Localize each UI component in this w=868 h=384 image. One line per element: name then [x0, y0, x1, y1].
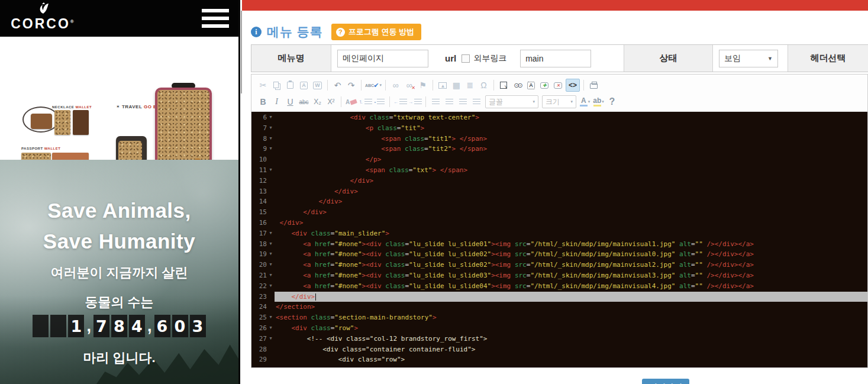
print-icon[interactable]	[588, 79, 600, 92]
find-icon[interactable]: ⊙⊙	[511, 79, 524, 92]
program-link-help-button[interactable]: ? 프로그램 연동 방법	[331, 24, 421, 40]
fold-arrow-icon[interactable]: ▼	[267, 249, 275, 260]
product-slider[interactable]: NECKLACE WALLET PASSPORT WALLET ✶ TRAVEL…	[0, 37, 238, 160]
line-number: 22	[251, 281, 267, 292]
animal-counter: 1,784,603	[0, 315, 238, 337]
fold-arrow-icon[interactable]: ▼	[267, 281, 275, 292]
code-line-11[interactable]: 11▼<span class="txt"> </span>	[251, 165, 867, 176]
text-color-icon[interactable]: A▾	[579, 95, 591, 108]
line-number: 17	[251, 228, 267, 239]
fold-arrow-icon[interactable]: ▼	[267, 123, 275, 134]
code-line-21[interactable]: 21▼<a href="#none"><div class="lu_slide …	[251, 270, 867, 281]
special-char-icon[interactable]: Ω	[477, 79, 490, 92]
indent-icon[interactable]: →	[408, 95, 422, 108]
menu-name-input[interactable]	[337, 50, 428, 67]
code-line-14[interactable]: 14</div>	[251, 196, 867, 207]
numbered-list-icon[interactable]: ⒈	[359, 95, 372, 108]
table-icon[interactable]: ▦	[450, 79, 463, 92]
cut-icon[interactable]: ✂	[257, 79, 269, 92]
superscript-icon[interactable]: X²	[325, 95, 337, 108]
underline-icon[interactable]: U	[284, 95, 296, 108]
align-right-icon[interactable]	[457, 95, 469, 108]
paste-text-icon[interactable]: A	[298, 79, 310, 92]
fold-arrow-icon[interactable]: ▼	[267, 165, 275, 176]
fold-arrow-icon[interactable]: ▼	[267, 312, 275, 323]
outdent-icon[interactable]: ←	[393, 95, 407, 108]
external-link-checkbox[interactable]	[462, 54, 470, 63]
code-line-28[interactable]: 28<div class="container container-fluid"…	[251, 344, 867, 355]
strikethrough-icon[interactable]: abc	[298, 95, 310, 108]
fold-arrow-icon[interactable]: ▼	[267, 112, 275, 123]
source-button[interactable]: <>	[566, 79, 580, 92]
redo-icon[interactable]: ↷	[345, 79, 357, 92]
fold-arrow-icon[interactable]: ▼	[267, 270, 275, 281]
code-line-10[interactable]: 10</p>	[251, 154, 867, 165]
bullet-list-icon[interactable]: •	[373, 95, 386, 108]
code-line-13[interactable]: 13</div>	[251, 186, 867, 197]
code-line-8[interactable]: 8▼<span class="tit1"> </span>	[251, 134, 867, 144]
code-line-25[interactable]: 25▼<section class="section-main-brandsto…	[251, 312, 867, 323]
remove-format-icon[interactable]: A	[345, 95, 357, 108]
fold-arrow-icon[interactable]: ▼	[267, 144, 275, 154]
code-line-16[interactable]: 16</div>	[251, 218, 867, 228]
code-line-6[interactable]: 6▼<div class="txtwrap text-center">	[251, 112, 867, 123]
fold-arrow-icon[interactable]: ▼	[267, 334, 275, 344]
paste-word-icon[interactable]: W	[311, 79, 324, 92]
code-line-20[interactable]: 20▼<a href="#none"><div class="lu_slide …	[251, 260, 867, 270]
fold-arrow-icon[interactable]: ▼	[267, 323, 275, 334]
bold-icon[interactable]: B	[257, 95, 269, 108]
fold-arrow-icon[interactable]: ▼	[267, 134, 275, 144]
external-link-label: 외부링크	[473, 53, 506, 64]
counter-comma: ,	[147, 317, 153, 335]
code-line-30[interactable]: 30<div class="col-12 col-md-7 brandstory…	[251, 365, 867, 367]
code-line-29[interactable]: 29<div class="row">	[251, 354, 867, 365]
italic-icon[interactable]: I	[270, 95, 283, 108]
maximize-icon[interactable]	[498, 79, 510, 92]
editor-toolbar: ✂AW↶↷ABC✔▾∞∞✕⚑▲▦≣Ω⊙⊙A✚✕<> BIUabcX₂X²A⒈•←…	[251, 75, 867, 112]
save-button[interactable]: 저장하기	[642, 379, 689, 384]
code-line-22[interactable]: 22▼<a href="#none"><div class="lu_slide …	[251, 281, 867, 292]
code-line-23[interactable]: 23</div>	[251, 292, 867, 302]
fold-spacer	[267, 302, 275, 312]
url-input[interactable]	[520, 50, 591, 67]
size-dropdown[interactable]: 크기▾	[542, 95, 576, 108]
align-justify-icon[interactable]	[470, 95, 483, 108]
fold-arrow-icon[interactable]: ▼	[267, 239, 275, 250]
code-line-7[interactable]: 7▼<p class="tit">	[251, 123, 867, 134]
hamburger-menu-icon[interactable]	[202, 9, 229, 28]
select-all-icon[interactable]: A	[525, 79, 537, 92]
fold-arrow-icon[interactable]: ▼	[267, 228, 275, 239]
subscript-icon[interactable]: X₂	[311, 95, 324, 108]
reject-suggestion-icon[interactable]: ✕	[552, 79, 564, 92]
code-line-27[interactable]: 27▼<!-- <div class="col-12 brandstory_ro…	[251, 334, 867, 344]
anchor-flag-icon[interactable]: ⚑	[417, 79, 429, 92]
code-line-19[interactable]: 19▼<a href="#none"><div class="lu_slide …	[251, 249, 867, 260]
link-icon[interactable]: ∞	[389, 79, 402, 92]
fold-spacer	[267, 207, 275, 218]
align-left-icon[interactable]	[430, 95, 442, 108]
code-line-12[interactable]: 12</div>	[251, 176, 867, 186]
image-icon[interactable]: ▲	[437, 79, 449, 92]
copy-icon[interactable]	[270, 79, 283, 92]
spellcheck-icon[interactable]: ABC✔▾	[365, 79, 382, 92]
unlink-icon[interactable]: ∞✕	[403, 79, 415, 92]
code-line-17[interactable]: 17▼<div class="main_slider">	[251, 228, 867, 239]
code-line-18[interactable]: 18▼<a href="#none"><div class="lu_slide …	[251, 239, 867, 250]
font-dropdown[interactable]: 글꼴▾	[485, 95, 538, 108]
align-center-icon[interactable]	[443, 95, 456, 108]
undo-icon[interactable]: ↶	[331, 79, 344, 92]
code-line-9[interactable]: 9▼<span class="tit2"> </span>	[251, 144, 867, 154]
code-line-26[interactable]: 26▼<div class="row">	[251, 323, 867, 334]
code-text: <a href="#none"><div class="lu_slide lu_…	[275, 260, 867, 270]
code-area[interactable]: 6▼<div class="txtwrap text-center">7▼<p …	[251, 112, 867, 367]
paste-icon[interactable]	[284, 79, 296, 92]
bg-color-icon[interactable]: ab▾	[592, 95, 605, 108]
status-select[interactable]: 보임 ▼	[719, 50, 778, 67]
horizontal-rule-icon[interactable]: ≣	[464, 79, 476, 92]
accept-suggestion-icon[interactable]: ✚	[538, 79, 551, 92]
code-line-24[interactable]: 24</section>	[251, 302, 867, 312]
help-icon[interactable]: ?	[606, 95, 618, 108]
code-line-15[interactable]: 15</div>	[251, 207, 867, 218]
fold-arrow-icon[interactable]: ▼	[267, 260, 275, 270]
corco-logo[interactable]: CORCO®	[11, 2, 76, 34]
